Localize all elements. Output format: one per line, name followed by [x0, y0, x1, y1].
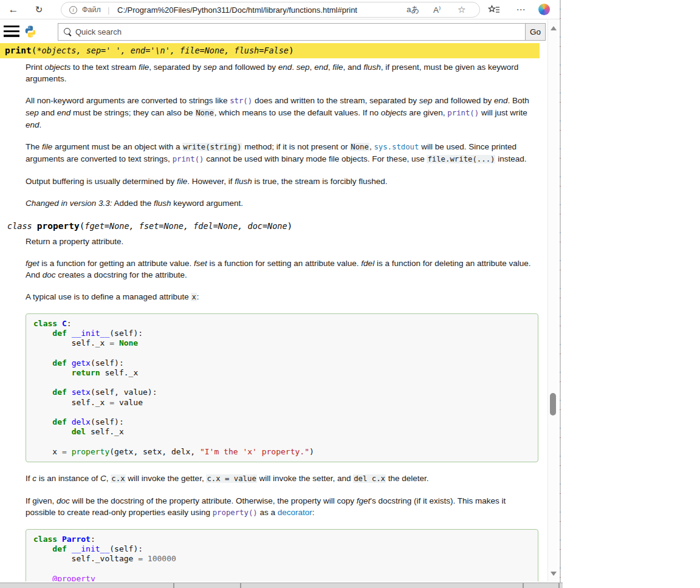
frame-divider	[240, 583, 241, 588]
text-run	[67, 388, 72, 397]
text-run: Output buffering is usually determined b…	[26, 177, 177, 186]
code-line: self._x = None	[33, 338, 530, 348]
favorites-bar-icon[interactable]	[485, 0, 503, 19]
text-run: keyword argument.	[171, 199, 243, 208]
more-options-icon[interactable]: ⋯	[512, 0, 529, 19]
text-run: end	[26, 120, 39, 129]
code-link[interactable]: print()	[447, 109, 479, 117]
text-run: sep	[204, 63, 217, 72]
text-run: flush	[154, 199, 171, 208]
refresh-icon[interactable]: ↻	[30, 0, 47, 19]
print-paragraph-4: Output buffering is usually determined b…	[26, 176, 538, 187]
text-run: and	[39, 108, 57, 117]
text-run: as a	[258, 508, 278, 517]
text-run: ,	[310, 63, 315, 72]
text-run	[33, 368, 72, 377]
print-signature: print(*objects, sep=' ', end='\n', file=…	[0, 43, 540, 58]
text-run: Changed in version 3.3:	[26, 199, 112, 208]
scrollbar-up-icon[interactable]	[551, 26, 557, 30]
protocol-label: Файл	[82, 2, 101, 17]
back-icon[interactable]: ←	[5, 0, 22, 19]
text-run: def	[52, 417, 66, 426]
text-run: A typical use is to define a managed att…	[26, 292, 191, 301]
print-changed-note: Changed in version 3.3: Added the flush …	[26, 197, 538, 209]
text-run: objects	[45, 63, 71, 72]
quick-search-box: Go	[58, 23, 546, 41]
page-header: Go	[0, 20, 547, 43]
text-run: def	[52, 329, 66, 338]
text-run: write(string)	[182, 143, 242, 151]
text-run: =	[109, 338, 114, 347]
code-line: return self._x	[33, 368, 530, 378]
text-run: file	[42, 142, 52, 151]
text-run: )	[309, 447, 314, 456]
text-run: print	[5, 46, 32, 55]
print-paragraph-2: All non-keyword arguments are converted …	[26, 95, 538, 131]
text-run: fget	[26, 259, 39, 268]
text-run	[33, 358, 52, 368]
text-run: is an instance of	[36, 474, 100, 483]
url-text[interactable]: C:/Program%20Files/Python311/Doc/html/li…	[117, 2, 357, 17]
read-aloud-icon[interactable]: A⁾	[433, 2, 441, 17]
page-scrollbar[interactable]	[547, 20, 558, 581]
text-run: sep	[26, 108, 39, 117]
text-run: property	[37, 221, 80, 231]
menu-icon[interactable]	[4, 26, 19, 38]
text-run: c.x	[111, 474, 125, 483]
text-run: doc	[57, 496, 70, 505]
text-run	[67, 329, 72, 338]
text-run: self._x	[33, 398, 109, 407]
text-run: )	[289, 46, 294, 55]
text-run	[33, 574, 52, 581]
code-line: def delx(self):	[33, 417, 530, 427]
address-bar[interactable]: i Файл | C:/Program%20Files/Python311/Do…	[61, 2, 480, 18]
text-run: is a function for getting an attribute v…	[39, 259, 194, 268]
text-link[interactable]: decorator	[278, 508, 312, 517]
info-icon: i	[69, 6, 77, 14]
text-run: c.x = value	[206, 474, 256, 483]
search-input[interactable]	[75, 24, 513, 40]
code-line: self._x = value	[33, 398, 530, 408]
text-run: If	[26, 474, 32, 483]
text-run: C	[62, 319, 67, 328]
code-link[interactable]: print()	[173, 155, 204, 163]
go-button[interactable]: Go	[525, 24, 545, 40]
python-logo-icon[interactable]	[24, 25, 37, 38]
code-line	[33, 408, 530, 417]
text-run: cannot be used with binary mode file obj…	[204, 154, 427, 163]
text-run: :	[91, 535, 95, 544]
text-run	[67, 358, 72, 368]
text-run: argument must be an object with a	[52, 142, 182, 151]
code-line: class C:	[33, 319, 530, 329]
text-run: .	[39, 120, 42, 129]
text-run: :	[67, 319, 72, 328]
text-run: , which means to use the default values.…	[214, 108, 381, 117]
scrollbar-thumb[interactable]	[550, 393, 556, 415]
text-run: file.write(...)	[427, 155, 495, 163]
text-run: Print	[26, 63, 45, 72]
code-link[interactable]: str()	[230, 97, 252, 105]
text-run: value	[114, 398, 143, 407]
text-run: doc	[43, 270, 56, 279]
text-run: class	[33, 319, 57, 328]
text-run: does and written to the stream, separate…	[252, 96, 419, 105]
code-link[interactable]: property()	[213, 508, 258, 517]
code-line	[33, 564, 530, 573]
code-example-class-c: class C: def __init__(self): self._x = N…	[26, 313, 538, 462]
text-run: __init__	[72, 329, 110, 338]
property-paragraph-2: fget is a function for getting an attrib…	[26, 258, 538, 281]
page-info-icon[interactable]: i	[69, 2, 77, 17]
code-link[interactable]: sys.stdout	[374, 143, 419, 151]
copilot-icon[interactable]	[538, 4, 550, 15]
text-run: , and	[343, 63, 363, 72]
text-run: (self):	[109, 544, 143, 553]
favorite-star-icon[interactable]: ☆	[458, 2, 465, 17]
text-run: All non-keyword arguments are converted …	[26, 96, 230, 105]
text-run: None	[195, 109, 214, 117]
text-run	[57, 535, 62, 544]
text-run: (getx, setx, delx,	[109, 447, 200, 456]
translate-icon[interactable]: аあ	[407, 2, 419, 17]
window-right-edge	[560, 0, 561, 583]
text-run: self._x	[33, 338, 109, 347]
scrollbar-down-icon[interactable]	[551, 572, 557, 576]
